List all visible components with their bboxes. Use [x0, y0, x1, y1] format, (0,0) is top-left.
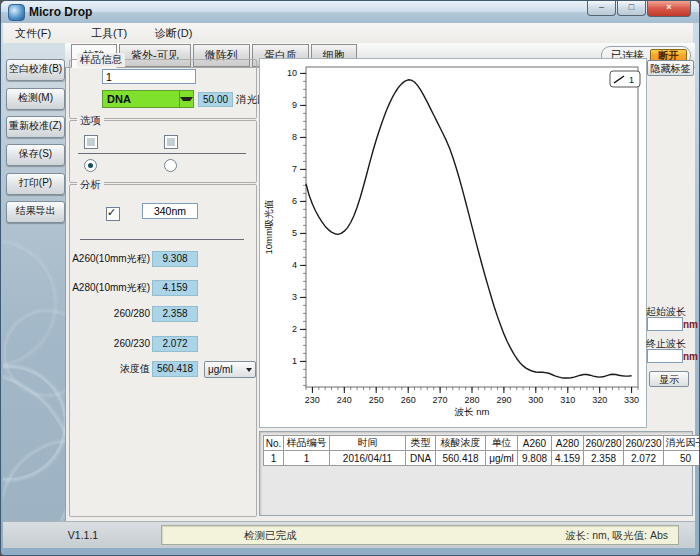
table-header-9: 260/230	[624, 436, 664, 451]
option-checkbox-2[interactable]	[164, 135, 178, 149]
legend-label: 1	[629, 75, 634, 85]
sample-info-group: 样品信息 DNA 50.00 消光因子	[69, 59, 257, 119]
analysis-row-label: 260/230	[70, 336, 150, 351]
status-strip: 检测已完成 波长: nm, 吸光值: Abs	[161, 525, 679, 545]
sidebar-button-4[interactable]: 打印(P)	[6, 173, 65, 195]
client-area: 空白校准(B)检测(M)重新校准(Z)保存(S)打印(P)结果导出 核酸紫外-可…	[3, 43, 695, 547]
sidebar-button-0[interactable]: 空白校准(B)	[6, 59, 65, 81]
sidebar-button-1[interactable]: 检测(M)	[6, 88, 65, 110]
options-title: 选项	[77, 114, 104, 128]
results-table-panel: No.样品编号时间类型核酸浓度单位A260A280260/280260/230消…	[259, 431, 693, 516]
chevron-down-icon	[246, 368, 252, 372]
analysis-row-value: 2.358	[152, 306, 198, 322]
app-window: Micro Drop – □ × 文件(F)工具(T)诊断(D) 空白校准(B)…	[0, 0, 700, 556]
x-tick-label: 230	[305, 395, 320, 405]
app-icon	[8, 4, 25, 21]
table-header-7: A280	[552, 436, 584, 451]
y-axis-label: 10mm吸光值	[263, 200, 274, 255]
analysis-row-3: 260/2302.072	[70, 336, 256, 352]
window-title: Micro Drop	[29, 5, 92, 19]
table-header-6: A260	[518, 436, 552, 451]
table-cell: 560.418	[436, 451, 486, 466]
analysis-row-0: A260(10mm光程)9.308	[70, 251, 256, 267]
start-wavelength-input[interactable]	[647, 317, 683, 331]
concentration-row: 浓度值 560.418 μg/ml	[70, 361, 256, 377]
table-cell: 4.159	[552, 451, 584, 466]
analysis-row-1: A280(10mm光程)4.159	[70, 280, 256, 296]
table-row[interactable]: 112016/04/11DNA560.418μg/ml9.8084.1592.3…	[264, 451, 700, 466]
table-cell: 50	[664, 451, 700, 466]
end-wavelength-unit: nm	[683, 351, 698, 362]
option-checkbox-1[interactable]	[84, 135, 98, 149]
menu-item-1[interactable]: 工具(T)	[81, 24, 137, 43]
menu-item-0[interactable]: 文件(F)	[5, 24, 61, 43]
version-label: V1.1.1	[43, 529, 123, 541]
table-cell: 2016/04/11	[330, 451, 406, 466]
sidebar-button-2[interactable]: 重新校准(Z)	[6, 116, 65, 138]
start-wavelength-unit: nm	[683, 319, 698, 330]
table-cell: μg/ml	[486, 451, 518, 466]
measurement-info: 波长: nm, 吸光值: Abs	[565, 529, 668, 543]
menubar: 文件(F)工具(T)诊断(D)	[3, 23, 693, 44]
analysis-row-value: 2.072	[152, 336, 198, 352]
table-header-4: 核酸浓度	[436, 436, 486, 451]
unit-value: μg/ml	[208, 364, 233, 375]
sidebar-button-5[interactable]: 结果导出	[6, 201, 65, 223]
table-header-8: 260/280	[584, 436, 624, 451]
status-bar: V1.1.1 检测已完成 波长: nm, 吸光值: Abs	[3, 521, 695, 548]
x-tick-label: 270	[433, 395, 448, 405]
y-tick-label: 2	[292, 324, 297, 334]
menu-item-2[interactable]: 诊断(D)	[145, 24, 202, 43]
show-button[interactable]: 显示	[649, 371, 689, 387]
x-tick-label: 250	[369, 395, 384, 405]
table-cell: 9.808	[518, 451, 552, 466]
pathlength-input[interactable]	[142, 203, 198, 219]
analysis-group: 分析 A260(10mm光程)9.308A280(10mm光程)4.159260…	[69, 184, 257, 517]
unit-select[interactable]: μg/ml	[204, 361, 256, 378]
sample-type-select[interactable]: DNA	[102, 90, 194, 108]
pathlength-checkbox[interactable]	[106, 207, 120, 221]
close-button[interactable]: ×	[647, 1, 691, 17]
table-header-0: No.	[264, 436, 284, 451]
y-tick-label: 5	[292, 228, 297, 238]
x-tick-label: 320	[592, 395, 607, 405]
extinction-factor-field[interactable]: 50.00	[198, 92, 233, 107]
titlebar: Micro Drop – □ ×	[1, 1, 699, 23]
table-cell: 2.072	[624, 451, 664, 466]
x-tick-label: 240	[337, 395, 352, 405]
analysis-row-value: 4.159	[152, 280, 198, 296]
end-wavelength-input[interactable]	[647, 349, 683, 363]
x-major-ticks	[312, 387, 631, 393]
y-tick-label: 1	[292, 356, 297, 366]
status-message: 检测已完成	[244, 529, 297, 543]
x-tick-label: 310	[560, 395, 575, 405]
table-header-3: 类型	[406, 436, 436, 451]
options-separator	[78, 153, 246, 154]
x-tick-label: 280	[464, 395, 479, 405]
option-radio-2[interactable]	[164, 159, 177, 172]
y-tick-label: 10	[287, 68, 297, 78]
spectrum-chart-panel: 2302402502602702802903003103203301234567…	[259, 58, 647, 428]
x-axis-label: 波长 nm	[455, 406, 490, 417]
table-header-1: 样品编号	[284, 436, 330, 451]
table-cell: 1	[264, 451, 284, 466]
analysis-row-label: 260/280	[70, 306, 150, 321]
y-tick-label: 4	[292, 260, 297, 270]
hide-labels-button[interactable]: 隐藏标签	[647, 60, 694, 76]
minimize-button[interactable]: –	[587, 1, 616, 16]
analysis-row-label: A280(10mm光程)	[70, 280, 150, 295]
option-radio-1[interactable]	[84, 159, 97, 172]
sidebar-button-3[interactable]: 保存(S)	[6, 144, 65, 166]
x-tick-label: 330	[624, 395, 639, 405]
concentration-value-field[interactable]: 560.418	[152, 361, 198, 377]
maximize-button[interactable]: □	[617, 1, 646, 16]
sample-id-input[interactable]	[102, 69, 196, 84]
concentration-label: 浓度值	[70, 361, 150, 376]
x-tick-label: 290	[496, 395, 511, 405]
table-cell: 2.358	[584, 451, 624, 466]
analysis-row-value: 9.308	[152, 251, 198, 267]
x-tick-label: 300	[528, 395, 543, 405]
window-controls: – □ ×	[586, 1, 691, 17]
x-tick-label: 260	[401, 395, 416, 405]
y-tick-label: 3	[292, 292, 297, 302]
